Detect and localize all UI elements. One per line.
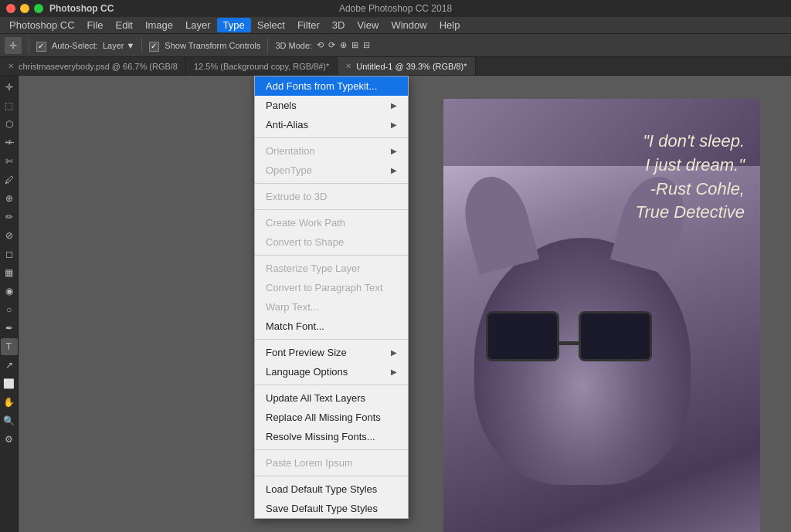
- menu-update-text[interactable]: Update All Text Layers: [255, 388, 408, 408]
- menu-anti-alias[interactable]: Anti-Alias ▶: [255, 115, 408, 134]
- layer-label: Layer: [103, 41, 124, 50]
- type-dropdown-menu: Add Fonts from Typekit... Panels ▶ Anti-…: [254, 76, 409, 519]
- menu-save-styles[interactable]: Save Default Type Styles: [255, 499, 408, 518]
- menu-filter[interactable]: Filter: [291, 18, 326, 32]
- menu-match-font[interactable]: Match Font...: [255, 317, 408, 336]
- minimize-button[interactable]: [20, 4, 29, 13]
- tool-artboard[interactable]: ⬚: [1, 97, 18, 114]
- paste-lorem-label: Paste Lorem Ipsum: [266, 457, 353, 469]
- tool-hand[interactable]: ✋: [1, 394, 18, 411]
- 3d-roll-icon[interactable]: ⟳: [328, 40, 335, 50]
- menu-type[interactable]: Type: [217, 18, 251, 32]
- load-styles-label: Load Default Type Styles: [266, 483, 377, 495]
- sep5: [255, 339, 408, 340]
- dog-face: [474, 238, 691, 485]
- tool-eyedropper[interactable]: 🖊: [1, 171, 18, 188]
- menu-extrude: Extrude to 3D: [255, 187, 408, 206]
- menu-opentype: OpenType ▶: [255, 161, 408, 180]
- sep8: [255, 476, 408, 476]
- tab-close-christmas[interactable]: ✕: [8, 62, 14, 70]
- menu-select[interactable]: Select: [251, 18, 291, 32]
- tabs-bar: ✕ christmaseverybody.psd @ 66.7% (RGB/8 …: [0, 57, 791, 76]
- menu-file[interactable]: File: [81, 18, 110, 32]
- 3d-rotate-icon[interactable]: ⟲: [317, 40, 324, 50]
- resolve-fonts-label: Resolve Missing Fonts...: [266, 431, 375, 442]
- menu-layer[interactable]: Layer: [179, 18, 217, 32]
- tool-eraser[interactable]: ◻: [1, 246, 18, 263]
- tool-dodge[interactable]: ○: [1, 301, 18, 318]
- tab-christmas[interactable]: ✕ christmaseverybody.psd @ 66.7% (RGB/8: [0, 57, 186, 75]
- tab-untitled[interactable]: ✕ Untitled-1 @ 39.3% (RGB/8)*: [338, 57, 475, 75]
- tab-label-bgcopy: 12.5% (Background copy, RGB/8#)*: [194, 62, 329, 71]
- menu-photoshop[interactable]: Photoshop CC: [3, 18, 81, 32]
- convert-paragraph-label: Convert to Paragraph Text: [266, 282, 383, 293]
- tool-healing[interactable]: ⊕: [1, 190, 18, 207]
- tool-shape[interactable]: ⬜: [1, 375, 18, 392]
- menu-edit[interactable]: Edit: [110, 18, 139, 32]
- tab-label-untitled: Untitled-1 @ 39.3% (RGB/8)*: [356, 62, 467, 71]
- sep3: [255, 209, 408, 210]
- menu-language-options[interactable]: Language Options ▶: [255, 362, 408, 381]
- anti-alias-label: Anti-Alias: [266, 119, 308, 130]
- canvas-image: "I don't sleep. I just dream." -Rust Coh…: [443, 99, 760, 532]
- tool-path-select[interactable]: ↗: [1, 357, 18, 374]
- menu-replace-fonts[interactable]: Replace All Missing Fonts: [255, 408, 408, 427]
- quote-source: True Detective: [636, 201, 745, 225]
- menu-view[interactable]: View: [351, 18, 385, 32]
- sep6: [255, 385, 408, 385]
- menu-3d[interactable]: 3D: [326, 18, 351, 32]
- tool-crop[interactable]: ✄: [1, 153, 18, 170]
- layer-dropdown[interactable]: Layer ▼: [103, 41, 134, 50]
- auto-select-checkbox[interactable]: Auto-Select:: [36, 40, 98, 50]
- 3d-pan-icon[interactable]: ⊕: [340, 40, 347, 50]
- 3d-scale-icon[interactable]: ⊟: [363, 40, 370, 50]
- tool-gradient[interactable]: ▦: [1, 264, 18, 281]
- tool-pen[interactable]: ✒: [1, 320, 18, 337]
- show-transform-label: Show Transform Controls: [165, 41, 260, 50]
- match-font-label: Match Font...: [266, 320, 324, 332]
- rasterize-label: Rasterize Type Layer: [266, 263, 361, 274]
- 3d-mode-label: 3D Mode:: [275, 41, 312, 50]
- menu-font-preview-size[interactable]: Font Preview Size ▶: [255, 343, 408, 362]
- tab-close-untitled[interactable]: ✕: [345, 62, 351, 70]
- tool-blur[interactable]: ◉: [1, 283, 18, 300]
- show-transform-checkbox[interactable]: Show Transform Controls: [149, 40, 260, 50]
- menu-convert-paragraph: Convert to Paragraph Text: [255, 278, 408, 297]
- quote-line2: I just dream.": [636, 154, 745, 178]
- close-button[interactable]: [6, 4, 15, 13]
- transform-check: [149, 42, 159, 52]
- tool-lasso[interactable]: ⬲: [1, 134, 18, 151]
- toolbar-sep3: [267, 38, 268, 53]
- menu-convert-shape: Convert to Shape: [255, 232, 408, 252]
- save-styles-label: Save Default Type Styles: [266, 503, 378, 514]
- menu-help[interactable]: Help: [433, 18, 467, 32]
- tool-type[interactable]: T: [1, 338, 18, 355]
- menu-resolve-fonts[interactable]: Resolve Missing Fonts...: [255, 427, 408, 446]
- menu-panels[interactable]: Panels ▶: [255, 96, 408, 115]
- tool-marquee[interactable]: ⬡: [1, 116, 18, 133]
- menu-window[interactable]: Window: [385, 18, 433, 32]
- move-tool-icon[interactable]: ✛: [5, 37, 22, 54]
- menu-rasterize: Rasterize Type Layer: [255, 259, 408, 278]
- tab-bgcopy[interactable]: 12.5% (Background copy, RGB/8#)*: [186, 57, 338, 75]
- 3d-label: 3D Mode:: [275, 41, 312, 50]
- tool-3d[interactable]: ⚙: [1, 431, 18, 448]
- tool-move[interactable]: ✛: [1, 79, 18, 96]
- title-bar: Photoshop CC Adobe Photoshop CC 2018: [0, 0, 791, 17]
- menu-add-fonts[interactable]: Add Fonts from Typekit...: [255, 76, 408, 96]
- 3d-slide-icon[interactable]: ⊞: [351, 40, 358, 50]
- opentype-arrow-icon: ▶: [391, 166, 397, 175]
- menu-image[interactable]: Image: [139, 18, 179, 32]
- tool-clone[interactable]: ⊘: [1, 227, 18, 244]
- maximize-button[interactable]: [34, 4, 43, 13]
- sep2: [255, 183, 408, 184]
- orientation-arrow-icon: ▶: [391, 147, 397, 155]
- language-options-arrow-icon: ▶: [391, 368, 397, 376]
- auto-select-check: [36, 42, 46, 52]
- menu-orientation: Orientation ▶: [255, 141, 408, 161]
- tool-zoom[interactable]: 🔍: [1, 412, 18, 429]
- tool-brush[interactable]: ✏: [1, 208, 18, 225]
- menu-load-styles[interactable]: Load Default Type Styles: [255, 479, 408, 499]
- panels-arrow-icon: ▶: [391, 101, 397, 110]
- replace-fonts-label: Replace All Missing Fonts: [266, 412, 381, 423]
